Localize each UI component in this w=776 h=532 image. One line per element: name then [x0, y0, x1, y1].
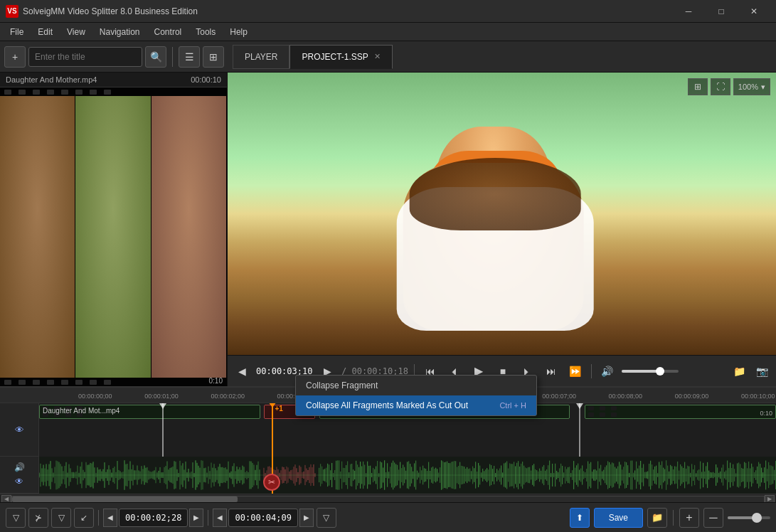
right-controls: ⬆ Save 📁 + ─ — [570, 508, 770, 528]
ruler-mark-7: 00:00:07;00 — [542, 393, 576, 400]
bottom-separator-1 — [98, 510, 99, 526]
ruler-mark-2: 00:00:02;00 — [211, 393, 245, 400]
app-title: SolveigMM Video Splitter 8.0 Business Ed… — [23, 6, 672, 16]
menu-bar: File Edit View Navigation Control Tools … — [0, 23, 776, 41]
bottom-toolbar: ▽ ⊁ ▽ ↙ ◀ 00:00:02;28 ▶ ◀ 00:00:04;09 ▶ … — [0, 502, 776, 532]
filter-button-1[interactable]: ▽ — [6, 508, 26, 528]
step-fwd-button[interactable]: ⏭ — [541, 361, 561, 381]
audio-volume-icon[interactable]: 🔊 — [14, 462, 25, 472]
clip-end-label: 0:10 — [760, 410, 772, 417]
tracks-container: 👁 Daughter And Mot...mp4 — [0, 403, 776, 494]
window-controls: ─ □ ✕ — [672, 0, 770, 23]
menu-control[interactable]: Control — [147, 25, 189, 39]
menu-tools[interactable]: Tools — [188, 25, 223, 39]
context-menu-item-2[interactable]: Collapse All Fragments Marked As Cut Out… — [296, 395, 536, 415]
tab-project[interactable]: PROJECT-1.SSP ✕ — [289, 45, 392, 69]
time-next-button-2[interactable]: ▶ — [299, 509, 314, 527]
crop-button[interactable]: ⊞ — [688, 78, 708, 95]
tab-player[interactable]: PLAYER — [233, 45, 289, 69]
toolbar: + 🔍 ☰ ⊞ PLAYER PROJECT-1.SSP ✕ — [0, 41, 776, 73]
video-track-header: 👁 — [0, 403, 39, 456]
tab-close-icon[interactable]: ✕ — [374, 52, 381, 61]
clip-info-bar: Daughter And Mother.mp4 00:00:10 — [0, 73, 227, 87]
zoom-slider[interactable] — [728, 516, 770, 519]
zoom-dropdown[interactable]: 100% ▾ — [733, 78, 770, 95]
title-bar: VS SolveigMM Video Splitter 8.0 Business… — [0, 0, 776, 23]
waveform-canvas — [39, 457, 776, 494]
remove-bottom-button[interactable]: ─ — [703, 508, 723, 528]
audio-track-eye[interactable]: 👁 — [13, 475, 26, 488]
toolbar-separator — [172, 47, 173, 67]
ruler-mark-9: 00:00:09;00 — [675, 393, 709, 400]
menu-view[interactable]: View — [60, 25, 92, 39]
scroll-thumb[interactable] — [12, 496, 238, 502]
clip-segment-1[interactable]: Daughter And Mot...mp4 — [39, 405, 260, 419]
clip-panel: Daughter And Mother.mp4 00:00:10 — [0, 73, 228, 386]
time-next-button-1[interactable]: ▶ — [189, 509, 203, 527]
time-nav-1: ◀ 00:00:02;28 ▶ — [103, 509, 203, 527]
search-input[interactable] — [28, 47, 142, 67]
open-folder-button[interactable]: 📁 — [729, 361, 749, 381]
volume-slider[interactable] — [622, 370, 679, 373]
screenshot-button[interactable]: 📷 — [752, 361, 772, 381]
audio-track-header: 🔊 👁 — [0, 457, 39, 493]
search-button[interactable]: 🔍 — [145, 46, 166, 68]
ruler-mark-1: 00:00:01;00 — [144, 393, 179, 400]
ctx-shortcut-2: Ctrl + H — [499, 401, 526, 410]
player-right-controls: 📁 📷 — [729, 361, 772, 381]
time-display-2: 00:00:04;09 — [228, 509, 297, 527]
tab-area: PLAYER PROJECT-1.SSP ✕ — [233, 45, 393, 69]
context-menu: Collapse Fragment Collapse All Fragments… — [295, 375, 537, 416]
open-folder-bottom-button[interactable]: 📁 — [647, 508, 667, 528]
filter-button-4[interactable]: ↙ — [74, 508, 94, 528]
audio-track: 🔊 👁 ✂ — [0, 457, 776, 494]
app-icon: VS — [6, 5, 18, 18]
restore-button[interactable]: □ — [705, 0, 738, 23]
clip-name: Daughter And Mother.mp4 — [6, 75, 97, 84]
fullscreen-button[interactable]: ⛶ — [711, 78, 730, 95]
scroll-track[interactable] — [11, 496, 765, 503]
player-area: ⊞ ⛶ 100% ▾ ◀ 00:00:03;10 ▶ / 00:00:10;18… — [228, 73, 776, 386]
menu-file[interactable]: File — [3, 25, 31, 39]
clip-segment-3[interactable]: 0:10 — [585, 405, 776, 419]
marker-1 — [162, 403, 164, 457]
add-bottom-button[interactable]: + — [679, 508, 699, 528]
close-button[interactable]: ✕ — [738, 0, 770, 23]
clip-thumbnail-area[interactable]: 0:10 — [0, 87, 227, 386]
time-nav-2: ◀ 00:00:04;09 ▶ — [213, 509, 313, 527]
ruler-mark-8: 00:00:08;00 — [609, 393, 643, 400]
menu-edit[interactable]: Edit — [31, 25, 60, 39]
time-display-1: 00:00:02;28 — [119, 509, 188, 527]
save-button[interactable]: Save — [594, 508, 643, 528]
filter-button-2[interactable]: ⊁ — [28, 508, 48, 528]
grid-view-button[interactable]: ⊞ — [203, 46, 224, 68]
marker-2 — [579, 403, 580, 457]
context-menu-item-1[interactable]: Collapse Fragment — [296, 376, 536, 395]
clip-duration: 00:00:10 — [191, 75, 221, 84]
main-area: Daughter And Mother.mp4 00:00:10 — [0, 73, 776, 386]
audio-track-content[interactable]: ✂ — [39, 457, 776, 494]
bottom-separator-2 — [208, 510, 208, 526]
prev-keyframe-button[interactable]: ◀ — [232, 361, 252, 381]
time-prev-button-2[interactable]: ◀ — [213, 509, 227, 527]
menu-navigation[interactable]: Navigation — [92, 25, 147, 39]
video-display: ⊞ ⛶ 100% ▾ — [228, 73, 776, 355]
filter-button-5[interactable]: ▽ — [317, 508, 336, 528]
filter-button-3[interactable]: ▽ — [51, 508, 71, 528]
menu-help[interactable]: Help — [223, 25, 255, 39]
player-overlay-controls: ⊞ ⛶ 100% ▾ — [688, 78, 770, 95]
volume-button[interactable]: 🔊 — [597, 361, 617, 381]
time-prev-button-1[interactable]: ◀ — [103, 509, 117, 527]
video-track-eye[interactable]: 👁 — [13, 423, 26, 436]
bottom-separator-3 — [673, 510, 674, 526]
slow-fwd-button[interactable]: ⏩ — [565, 361, 585, 381]
controls-separator-2 — [591, 364, 592, 378]
clip-label-1: Daughter And Mot...mp4 — [43, 407, 119, 415]
minimize-button[interactable]: ─ — [672, 0, 705, 23]
ruler-mark-10: 00:00:10;00 — [741, 393, 775, 400]
ruler-mark-0: 00:00:00;00 — [78, 393, 112, 400]
export-button[interactable]: ⬆ — [570, 508, 590, 528]
add-button[interactable]: + — [4, 46, 26, 68]
timeline-playhead — [272, 403, 273, 457]
list-view-button[interactable]: ☰ — [179, 46, 200, 68]
